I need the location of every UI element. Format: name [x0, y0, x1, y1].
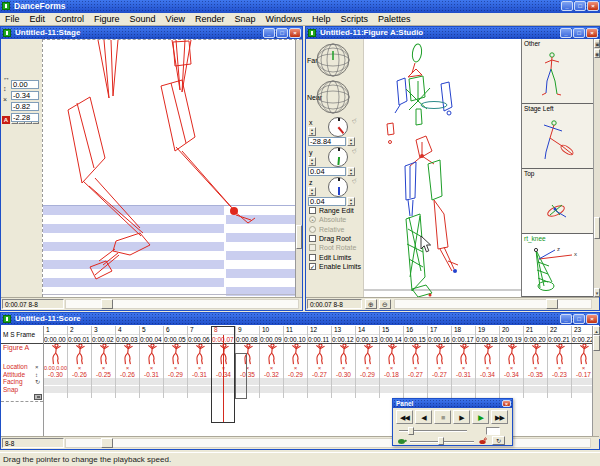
keyframe-value[interactable]: ×-0.26 — [116, 365, 139, 378]
keyframe-value[interactable]: ×-0.27 — [308, 365, 331, 378]
scrollbar-thumb[interactable] — [594, 217, 600, 239]
frame-column-19[interactable]: 190:00.18×-0.34 — [475, 326, 499, 398]
keyframe-figure[interactable] — [356, 343, 379, 365]
loop-button[interactable]: ↻ — [492, 436, 505, 445]
score-vertical-scrollbar[interactable]: ▴ — [592, 326, 600, 439]
keyframe-value[interactable]: ×-0.27 — [428, 365, 451, 378]
frame-column-11[interactable]: 110:00.10×-0.29 — [283, 326, 307, 398]
frame-column-1[interactable]: 10:00.000.00,0.00-0.30 — [43, 326, 67, 398]
menu-windows[interactable]: Windows — [261, 13, 308, 25]
menu-render[interactable]: Render — [190, 13, 230, 25]
frame-column-21[interactable]: 210:00.20×-0.35 — [523, 326, 547, 398]
frame-column-3[interactable]: 30:00.02×-0.25 — [91, 326, 115, 398]
figure-a-button[interactable]: A — [2, 116, 10, 124]
keyframe-figure[interactable] — [260, 343, 283, 365]
frame-column-6[interactable]: 60:00.05×-0.29 — [163, 326, 187, 398]
menu-figure[interactable]: Figure — [89, 13, 125, 25]
maximize-icon[interactable]: □ — [276, 28, 288, 38]
playhead-line[interactable] — [223, 335, 224, 422]
fast-forward-button[interactable]: ▶▶ — [491, 410, 508, 424]
play-button[interactable]: ▶ — [472, 410, 489, 424]
keyframe-figure[interactable] — [284, 343, 307, 365]
zoom-out-icon[interactable]: ⊖ — [379, 299, 391, 309]
keyframe-figure[interactable] — [164, 343, 187, 365]
rotation-dial-x[interactable] — [328, 117, 348, 137]
checkbox-enable-limits[interactable]: ✓ — [309, 263, 316, 270]
rotation-value-z[interactable]: 0.04 — [308, 197, 346, 206]
keyframe-value[interactable]: ×-0.32 — [260, 365, 283, 378]
far-trackball[interactable] — [316, 43, 350, 77]
keyframe-figure[interactable] — [476, 343, 499, 365]
scrollbar-thumb[interactable] — [296, 225, 302, 249]
position-slider-thumb[interactable] — [408, 427, 414, 435]
pan-thumb[interactable] — [101, 299, 113, 309]
keyframe-value[interactable]: ×-0.23 — [548, 365, 571, 378]
scrollbar-thumb[interactable] — [593, 335, 600, 351]
menu-sound[interactable]: Sound — [125, 13, 161, 25]
keyframe-figure[interactable] — [380, 343, 403, 365]
close-icon[interactable]: × — [502, 400, 511, 407]
menu-control[interactable]: Control — [50, 13, 89, 25]
minimize-icon[interactable]: _ — [263, 28, 275, 38]
menu-palettes[interactable]: Palettes — [373, 13, 416, 25]
checkbox-drag-root[interactable] — [309, 235, 316, 242]
value-spinner[interactable]: ▴▾ — [347, 137, 355, 146]
keyframe-figure[interactable] — [404, 343, 427, 365]
keyframe-figure[interactable] — [452, 343, 475, 365]
keyframe-value[interactable]: ×-0.17 — [572, 365, 592, 378]
keyframe-value[interactable]: ×-0.29 — [164, 365, 187, 378]
stage-titlebar[interactable]: Untitled-11:Stage _ □ × — [1, 27, 302, 39]
camera-view-button[interactable]: ◉ — [594, 49, 600, 58]
pan-track[interactable] — [394, 299, 592, 309]
keyframe-value[interactable]: ×-0.34 — [476, 365, 499, 378]
frame-column-7[interactable]: 70:00.06×-0.31 — [187, 326, 211, 398]
value-box[interactable] — [486, 427, 500, 435]
frame-column-14[interactable]: 140:00.13×-0.29 — [355, 326, 379, 398]
menu-view[interactable]: View — [161, 13, 190, 25]
frame-column-15[interactable]: 150:00.14×-0.18 — [379, 326, 403, 398]
stage-canvas[interactable] — [42, 39, 302, 297]
pan-thumb[interactable] — [101, 438, 113, 448]
frame-column-22[interactable]: 220:00.21×-0.23 — [547, 326, 571, 398]
near-trackball[interactable] — [316, 80, 350, 114]
frame-column-10[interactable]: 100:00.09×-0.32 — [259, 326, 283, 398]
axis-spinner[interactable]: ▴▾ — [308, 157, 316, 166]
selection-extension-box[interactable] — [235, 353, 247, 399]
axis-spinner[interactable]: ▴▾ — [308, 127, 316, 136]
keyframe-value[interactable]: ×-0.30 — [332, 365, 355, 378]
keyframe-figure[interactable] — [332, 343, 355, 365]
keyframe-figure[interactable] — [116, 343, 139, 365]
maximize-icon[interactable]: □ — [574, 1, 586, 11]
frame-column-18[interactable]: 180:00.17×-0.31 — [451, 326, 475, 398]
keyframe-value[interactable]: ×-0.25 — [92, 365, 115, 378]
scroll-down-icon[interactable]: ▾ — [594, 288, 600, 297]
keyframe-figure[interactable] — [548, 343, 571, 365]
radio-absolute[interactable]: • — [309, 216, 316, 223]
keyframe-figure[interactable] — [572, 343, 592, 365]
close-icon[interactable]: × — [586, 28, 598, 38]
camera-view-button[interactable]: ▣ — [594, 39, 600, 48]
keyframe-value[interactable]: ×-0.31 — [452, 365, 475, 378]
keyframe-value[interactable]: ×-0.31 — [188, 365, 211, 378]
app-titlebar[interactable]: DanceForms _ □ × — [0, 0, 600, 13]
menu-snap[interactable]: Snap — [229, 13, 260, 25]
keyframe-figure[interactable] — [188, 343, 211, 365]
close-icon[interactable]: × — [587, 1, 599, 11]
keyframe-figure[interactable] — [308, 343, 331, 365]
keyframe-value[interactable]: ×-0.35 — [524, 365, 547, 378]
frame-column-5[interactable]: 50:00.04×-0.31 — [139, 326, 163, 398]
minimize-icon[interactable]: _ — [561, 1, 573, 11]
frame-column-2[interactable]: 20:00.01×-0.26 — [67, 326, 91, 398]
keyframe-value[interactable]: ×-0.27 — [404, 365, 427, 378]
checkbox-edit-limits[interactable] — [309, 254, 316, 261]
keyframe-value[interactable]: ×-0.18 — [380, 365, 403, 378]
keyframe-value[interactable]: 0.00,0.00-0.30 — [44, 365, 67, 378]
stage-coordinate-field[interactable]: -2.28 — [11, 113, 39, 122]
rotation-dial-z[interactable] — [328, 177, 348, 197]
rotation-value-y[interactable]: 0.04 — [308, 167, 346, 176]
view-thumb-stage-left[interactable]: Stage Left — [522, 104, 594, 169]
menu-file[interactable]: File — [0, 13, 25, 25]
keyframe-value[interactable]: ×-0.29 — [356, 365, 379, 378]
checkbox-root-rotate[interactable] — [309, 244, 316, 251]
frame-column-12[interactable]: 120:00.11×-0.27 — [307, 326, 331, 398]
